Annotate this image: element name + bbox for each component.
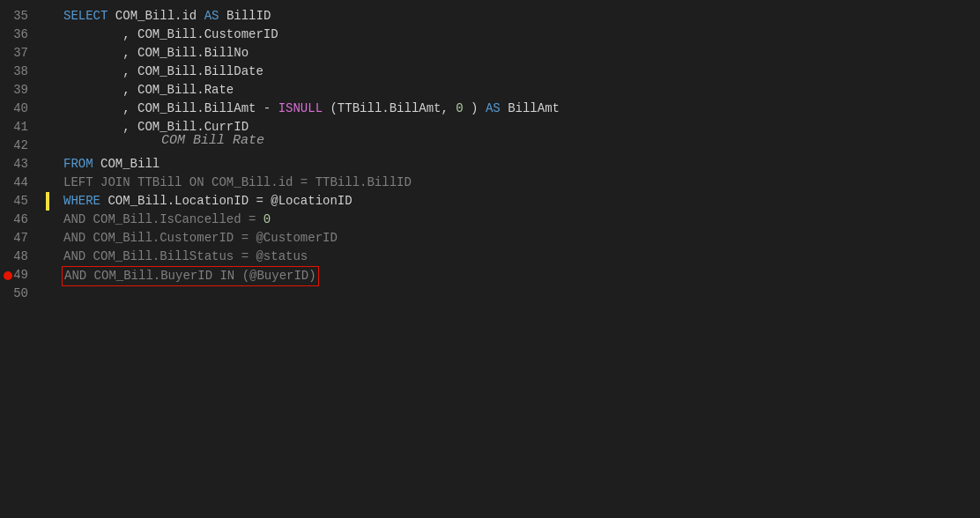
line-40: 40 [0, 100, 39, 118]
line-49: 49 [0, 266, 39, 285]
line-37: 37 [0, 44, 39, 63]
code-line-39: , COM_Bill.Rate [63, 81, 980, 100]
line-47: 47 [0, 229, 39, 248]
highlighted-condition: AND COM_Bill.BuyerID IN (@BuyerID) [62, 266, 319, 286]
line-50: 50 [0, 285, 39, 303]
line-numbers: 35 36 37 38 39 40 41 42 43 44 45 46 47 4… [0, 7, 46, 518]
line-36: 36 [0, 26, 39, 44]
line-43: 43 [0, 155, 39, 174]
comment-com-bill-rate [185, 157, 792, 171]
line-38: 38 [0, 63, 39, 81]
code-line-36: , COM_Bill.CustomerID [63, 26, 980, 44]
line-35: 35 [0, 7, 39, 26]
code-line-37: , COM_Bill.BillNo [63, 44, 980, 63]
line-41: 41 [0, 118, 39, 137]
keyword-select: SELECT [63, 9, 108, 23]
code-line-49: AND COM_Bill.BuyerID IN (@BuyerID) [63, 266, 980, 285]
code-line-35: SELECT COM_Bill.id AS BillID [63, 7, 980, 26]
code-line-46: AND COM_Bill.IsCancelled = 0 [63, 211, 980, 229]
line-45: 45 [0, 192, 39, 211]
line-39: 39 [0, 81, 39, 100]
code-line-40: , COM_Bill.BillAmt - ISNULL (TTBill.Bill… [63, 100, 980, 118]
line-42: 42 [0, 137, 39, 155]
line-46: 46 [0, 211, 39, 229]
code-line-38: , COM_Bill.BillDate [63, 63, 980, 81]
line-48: 48 [0, 248, 39, 266]
code-line-50 [63, 285, 980, 303]
code-line-47: AND COM_Bill.CustomerID = @CustomerID [63, 229, 980, 248]
code-line-43: FROM COM_Bill [63, 155, 980, 174]
code-line-48: AND COM_Bill.BillStatus = @status [63, 248, 980, 266]
code-line-41: , COM_Bill.CurrID [63, 118, 980, 137]
line-44: 44 [0, 174, 39, 192]
editor-container: 35 36 37 38 39 40 41 42 43 44 45 46 47 4… [0, 0, 980, 518]
code-line-42 [63, 137, 980, 155]
code-line-45: WHERE COM_Bill.LocationID = @LocationID [63, 192, 980, 211]
code-line-44: LEFT JOIN TTBill ON COM_Bill.id = TTBill… [63, 174, 980, 192]
code-area: SELECT COM_Bill.id AS BillID , COM_Bill.… [49, 7, 980, 518]
